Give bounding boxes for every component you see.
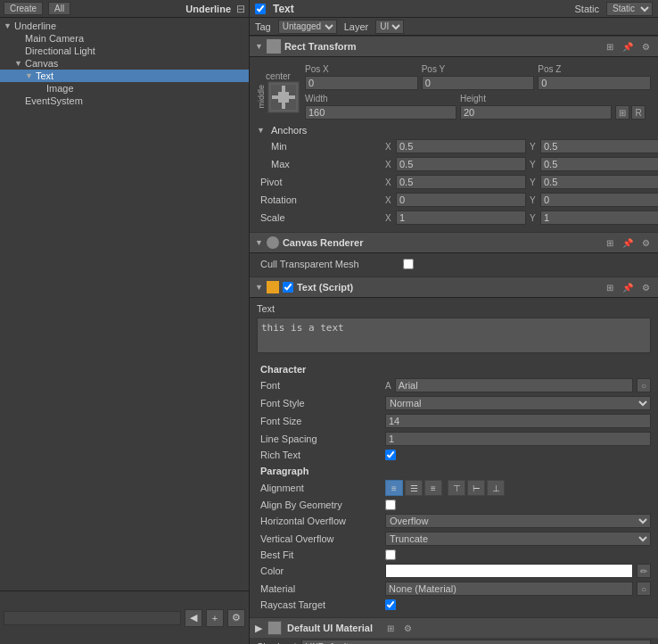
font-size-row: Font Size: [257, 412, 651, 430]
tree-item-directional-light[interactable]: ▶ Directional Light: [0, 45, 249, 57]
material-section-header[interactable]: ▶ Default UI Material ⊞ ⚙: [250, 617, 658, 638]
text-script-checkbox[interactable]: [283, 282, 293, 293]
ts-icon2[interactable]: 📌: [621, 280, 635, 294]
rect-pin-btn[interactable]: 📌: [621, 39, 635, 54]
cr-icon1[interactable]: ⊞: [603, 235, 617, 250]
max-value: X Y: [385, 157, 658, 171]
cr-icon2[interactable]: 📌: [621, 235, 635, 250]
canvas-renderer-header[interactable]: ▼ Canvas Renderer ⊞ 📌 ⚙: [250, 232, 658, 253]
best-fit-row: Best Fit: [257, 548, 651, 562]
static-dropdown[interactable]: Static: [606, 2, 653, 16]
color-label: Color: [257, 566, 382, 576]
tree-label-canvas: Canvas: [25, 58, 58, 69]
material-input[interactable]: [385, 582, 633, 596]
wh-row: Width Height ⊞ R: [305, 94, 651, 120]
rect-transform-icon: [267, 39, 281, 54]
tag-dropdown[interactable]: Untagged: [278, 20, 337, 34]
tree-item-text[interactable]: ▼ Text: [0, 70, 249, 82]
color-eyedropper[interactable]: ✏: [637, 564, 651, 578]
ts-icon3[interactable]: ⚙: [638, 280, 653, 294]
font-value-group: A ○: [385, 378, 651, 392]
layer-dropdown[interactable]: UI: [375, 20, 404, 34]
line-spacing-input[interactable]: [385, 432, 651, 446]
canvas-renderer-arrow: ▼: [255, 238, 263, 247]
rot-x-input[interactable]: [396, 193, 526, 207]
wh-icon2[interactable]: R: [631, 105, 646, 120]
text-script-icon: [267, 281, 279, 293]
create-button[interactable]: Create: [4, 2, 43, 15]
min-y-input[interactable]: [540, 139, 658, 153]
cull-label: Cull Transparent Mesh: [257, 259, 399, 269]
font-style-row: Font Style Normal: [257, 394, 651, 412]
rect-transform-header[interactable]: ▼ Rect Transform ⊞ 📌 ⚙: [250, 36, 658, 57]
rect-info-btn[interactable]: ⊞: [603, 39, 617, 54]
all-button[interactable]: All: [48, 2, 70, 15]
font-input[interactable]: [395, 378, 633, 392]
ts-icon1[interactable]: ⊞: [603, 280, 617, 294]
v-overflow-dropdown[interactable]: Truncate: [385, 532, 651, 546]
rich-text-checkbox[interactable]: [385, 450, 396, 460]
width-field: Width: [305, 94, 456, 120]
svg-rect-1: [272, 95, 279, 99]
align-right-btn[interactable]: ≡: [424, 480, 442, 496]
font-style-dropdown[interactable]: Normal: [385, 396, 651, 410]
footer-icon-left[interactable]: ◀: [185, 609, 202, 627]
pos-x-input[interactable]: [305, 76, 418, 90]
h-overflow-label: Horizontal Overflow: [257, 516, 382, 526]
rotation-row: Rotation X Y Z: [257, 191, 651, 209]
cr-icon3[interactable]: ⚙: [638, 235, 653, 250]
align-top-btn[interactable]: ⊤: [448, 480, 465, 496]
pos-z-input[interactable]: [538, 76, 651, 90]
max-y-input[interactable]: [540, 157, 658, 171]
min-x-input[interactable]: [396, 139, 526, 153]
font-size-input[interactable]: [385, 414, 651, 428]
anchor-visual[interactable]: [267, 81, 300, 113]
max-x-input[interactable]: [396, 157, 526, 171]
pivot-y-input[interactable]: [540, 175, 658, 189]
material-select-btn[interactable]: ○: [637, 582, 651, 596]
tree-item-event-system[interactable]: ▶ EventSystem: [0, 95, 249, 107]
color-picker[interactable]: [385, 564, 633, 578]
active-toggle[interactable]: [255, 4, 266, 14]
tree-item-main-camera[interactable]: ▶ Main Camera: [0, 32, 249, 45]
center-label: center: [266, 71, 291, 81]
rect-gear-btn[interactable]: ⚙: [638, 39, 653, 54]
mat-icon1[interactable]: ⊞: [383, 621, 398, 635]
best-fit-checkbox[interactable]: [385, 549, 396, 560]
scroll-bar[interactable]: [4, 611, 181, 625]
wh-icon1[interactable]: ⊞: [615, 105, 629, 120]
line-spacing-label: Line Spacing: [257, 433, 382, 444]
align-by-geom-checkbox[interactable]: [385, 500, 396, 510]
text-script-header[interactable]: ▼ Text (Script) ⊞ 📌 ⚙: [250, 277, 658, 298]
align-center-btn[interactable]: ☰: [405, 480, 423, 496]
h-overflow-dropdown[interactable]: Overflow: [385, 514, 651, 528]
scale-x-input[interactable]: [396, 211, 526, 225]
anchor-svg: [268, 82, 299, 112]
raycast-checkbox[interactable]: [385, 599, 396, 610]
hierarchy-title: Underline: [185, 4, 231, 14]
scale-y-input[interactable]: [540, 211, 658, 225]
tree-item-image[interactable]: ▶ Image: [0, 82, 249, 95]
tag-label: Tag: [255, 21, 271, 32]
cull-checkbox[interactable]: [403, 259, 414, 269]
active-checkbox[interactable]: [255, 4, 266, 14]
footer-icon-settings[interactable]: ⚙: [227, 609, 245, 627]
pos-z-label: Pos Z: [538, 64, 651, 74]
mat-icon2[interactable]: ⚙: [401, 621, 415, 635]
tree-item-underline[interactable]: ▼ Underline: [0, 20, 249, 32]
pos-y-input[interactable]: [422, 76, 535, 90]
hierarchy-lock[interactable]: ⊟: [236, 3, 245, 15]
align-left-btn[interactable]: ≡: [385, 480, 403, 496]
inspector-title: Text: [273, 3, 294, 15]
height-input[interactable]: [460, 105, 612, 120]
footer-icon-add[interactable]: +: [206, 609, 224, 627]
align-middle-btn[interactable]: ⊢: [467, 480, 485, 496]
width-input[interactable]: [305, 105, 456, 120]
rot-y-input[interactable]: [540, 193, 658, 207]
pivot-x-input[interactable]: [396, 175, 526, 189]
tree-item-canvas[interactable]: ▼ Canvas: [0, 57, 249, 70]
font-select-btn[interactable]: ○: [637, 378, 651, 392]
shader-input[interactable]: [301, 640, 651, 644]
align-bottom-btn[interactable]: ⊥: [487, 480, 505, 496]
text-content-input[interactable]: [257, 318, 651, 353]
